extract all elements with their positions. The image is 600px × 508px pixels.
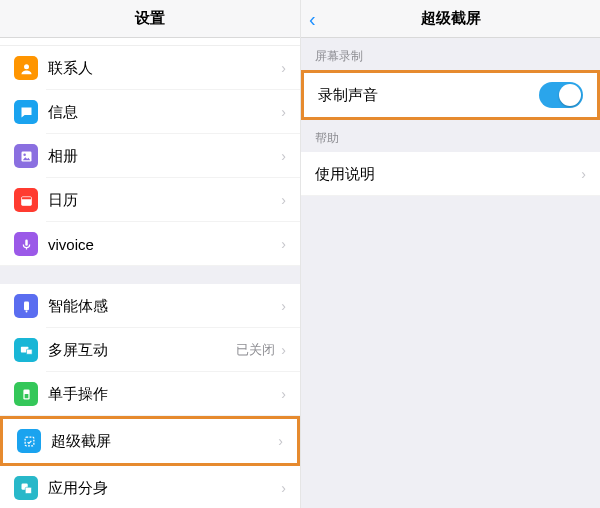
chevron-right-icon: › [278, 433, 283, 449]
svg-rect-12 [24, 393, 28, 397]
page-title: 超级截屏 [421, 9, 481, 28]
row-messages[interactable]: 信息 › [0, 90, 300, 134]
svg-rect-6 [25, 239, 28, 245]
smart-motion-icon [14, 294, 38, 318]
row-multiscreen[interactable]: 多屏互动 已关闭 › [0, 328, 300, 372]
row-label: vivoice [48, 236, 281, 253]
svg-point-0 [24, 64, 29, 69]
settings-list-scroller[interactable]: 联系人 › 信息 › 相册 › 日历 › vivoice › [0, 38, 300, 508]
chevron-right-icon: › [281, 104, 286, 120]
svg-point-2 [23, 153, 26, 156]
album-icon [14, 144, 38, 168]
svg-rect-10 [26, 349, 32, 354]
chevron-right-icon: › [281, 148, 286, 164]
calendar-icon [14, 188, 38, 212]
row-album[interactable]: 相册 › [0, 134, 300, 178]
svg-rect-13 [25, 437, 34, 446]
chevron-right-icon: › [281, 480, 286, 496]
row-record-audio[interactable]: 录制声音 [304, 73, 597, 117]
row-app-clone[interactable]: 应用分身 › [0, 466, 300, 508]
navbar-super-screenshot: ‹ 超级截屏 [301, 0, 600, 38]
chevron-right-icon: › [281, 342, 286, 358]
record-audio-toggle[interactable] [539, 82, 583, 108]
highlight-record-audio: 录制声音 [301, 70, 600, 120]
svg-point-8 [25, 310, 27, 312]
section-screen-record: 屏幕录制 [301, 38, 600, 70]
settings-screen: 设置 联系人 › 信息 › 相册 › 日历 › [0, 0, 300, 508]
chevron-right-icon: › [281, 192, 286, 208]
chevron-right-icon: › [281, 298, 286, 314]
navbar-settings: 设置 [0, 0, 300, 38]
detail-scroller[interactable]: 屏幕录制 录制声音 帮助 使用说明 › [301, 38, 600, 508]
svg-rect-7 [24, 301, 29, 310]
chevron-right-icon: › [581, 166, 586, 182]
page-title: 设置 [135, 9, 165, 28]
messages-icon [14, 100, 38, 124]
row-vivoice[interactable]: vivoice › [0, 222, 300, 266]
row-smart-motion[interactable]: 智能体感 › [0, 284, 300, 328]
row-label: 智能体感 [48, 297, 281, 316]
row-contacts[interactable]: 联系人 › [0, 46, 300, 90]
section-help: 帮助 [301, 120, 600, 152]
multiscreen-icon [14, 338, 38, 362]
row-instructions[interactable]: 使用说明 › [301, 152, 600, 196]
app-clone-icon [14, 476, 38, 500]
chevron-right-icon: › [281, 236, 286, 252]
row-label: 录制声音 [318, 86, 539, 105]
row-calendar[interactable]: 日历 › [0, 178, 300, 222]
vivoice-icon [14, 232, 38, 256]
onehand-icon [14, 382, 38, 406]
highlight-super-screenshot: 超级截屏 › [0, 416, 300, 466]
row-label: 日历 [48, 191, 281, 210]
row-label: 单手操作 [48, 385, 281, 404]
super-screenshot-screen: ‹ 超级截屏 屏幕录制 录制声音 帮助 使用说明 › [300, 0, 600, 508]
row-onehand[interactable]: 单手操作 › [0, 372, 300, 416]
row-label: 联系人 [48, 59, 281, 78]
row-label: 应用分身 [48, 479, 281, 498]
row-super-screenshot[interactable]: 超级截屏 › [3, 419, 297, 463]
svg-rect-15 [25, 487, 31, 493]
back-button[interactable]: ‹ [309, 9, 316, 29]
row-label: 相册 [48, 147, 281, 166]
chevron-right-icon: › [281, 386, 286, 402]
row-label: 使用说明 [315, 165, 581, 184]
row-label: 多屏互动 [48, 341, 236, 360]
row-label: 信息 [48, 103, 281, 122]
super-screenshot-icon [17, 429, 41, 453]
svg-rect-4 [21, 196, 31, 199]
row-label: 超级截屏 [51, 432, 278, 451]
contacts-icon [14, 56, 38, 80]
row-detail: 已关闭 [236, 341, 275, 359]
chevron-right-icon: › [281, 60, 286, 76]
